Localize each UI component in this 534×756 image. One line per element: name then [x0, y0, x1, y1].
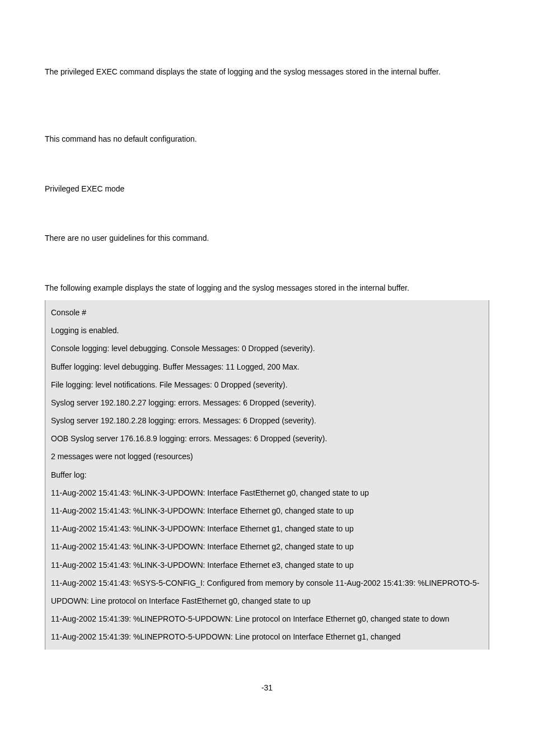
console-line: Buffer log:: [51, 466, 483, 484]
console-line: 2 messages were not logged (resources): [51, 447, 483, 465]
default-config-text: This command has no default configuratio…: [45, 129, 489, 149]
console-line: 11-Aug-2002 15:41:43: %LINK-3-UPDOWN: In…: [51, 520, 483, 538]
console-line: Buffer logging: level debugging. Buffer …: [51, 358, 483, 376]
document-page: The privileged EXEC command displays the…: [0, 0, 534, 731]
intro-text-b: privileged EXEC command displays the sta…: [60, 67, 441, 76]
console-line: OOB Syslog server 176.16.8.9 logging: er…: [51, 430, 483, 447]
intro-text-a: The: [45, 67, 60, 76]
spacer: [45, 256, 489, 278]
console-line: Console logging: level debugging. Consol…: [51, 339, 483, 357]
guidelines-text: There are no user guidelines for this co…: [45, 228, 489, 248]
intro-paragraph: The privileged EXEC command displays the…: [45, 62, 489, 82]
console-output-block: Console # Logging is enabled. Console lo…: [45, 300, 489, 650]
page-number: -31: [45, 678, 489, 698]
console-line: 11-Aug-2002 15:41:43: %LINK-3-UPDOWN: In…: [51, 556, 483, 574]
spacer: [45, 157, 489, 179]
console-line: 11-Aug-2002 15:41:43: %LINK-3-UPDOWN: In…: [51, 502, 483, 520]
console-line: 11-Aug-2002 15:41:43: %LINK-3-UPDOWN: In…: [51, 484, 483, 502]
console-line: 11-Aug-2002 15:41:43: %SYS-5-CONFIG_I: C…: [51, 574, 483, 610]
console-line: 11-Aug-2002 15:41:39: %LINEPROTO-5-UPDOW…: [51, 610, 483, 628]
command-mode-text: Privileged EXEC mode: [45, 179, 489, 199]
console-line: Syslog server 192.180.2.28 logging: erro…: [51, 412, 483, 430]
console-line: Logging is enabled.: [51, 321, 483, 339]
console-line: 11-Aug-2002 15:41:43: %LINK-3-UPDOWN: In…: [51, 538, 483, 556]
example-intro-text: The following example displays the state…: [45, 278, 489, 298]
console-line: 11-Aug-2002 15:41:39: %LINEPROTO-5-UPDOW…: [51, 628, 483, 646]
spacer: [45, 90, 489, 129]
console-line: Console #: [51, 304, 483, 321]
console-line: File logging: level notifications. File …: [51, 376, 483, 394]
spacer: [45, 207, 489, 228]
console-line: Syslog server 192.180.2.27 logging: erro…: [51, 394, 483, 412]
